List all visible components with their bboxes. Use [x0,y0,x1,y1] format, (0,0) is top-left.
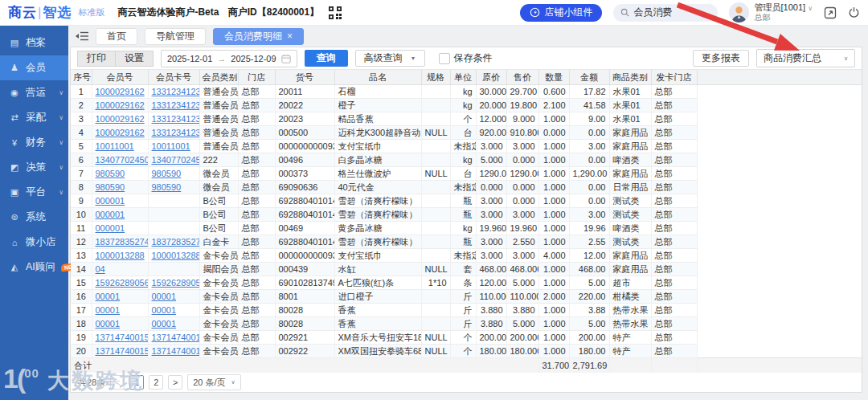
member-no-link[interactable]: 18372835274 [96,237,149,247]
column-header: 售价 [506,70,538,85]
store-widget-button[interactable]: 店铺小组件 [520,4,602,22]
sidebar-item-4[interactable]: ⇄采配∨ [0,105,68,130]
member-card-link[interactable]: 00001 [152,319,177,329]
member-card-link[interactable]: 13312341234 [152,87,200,96]
cell: 15926289056 [92,276,148,290]
row-filler [697,112,862,126]
procurement-icon: ⇄ [9,112,20,123]
advanced-query-button[interactable]: 高级查询 ▼ [355,50,425,67]
user-menu[interactable]: 管理员[1001] ∨ 总部 [729,2,813,22]
power-icon[interactable] [848,6,860,18]
collapse-menu-icon[interactable] [76,31,88,41]
page-size-select[interactable]: 20 条/页∨ [187,374,240,390]
member-no-link[interactable]: 1000029162 [96,114,145,124]
print-settings-group: 打印 设置 [77,51,154,67]
member-no-link[interactable]: 1000029162 [96,128,145,137]
cell: 3.000 [476,208,506,222]
member-card-link[interactable]: 15926289056 [152,278,200,288]
tab-3[interactable]: 会员消费明细× [213,28,304,45]
table-row: 10000001B公司总部6928804010145雪碧（清爽柠檬味）瓶3.00… [71,208,862,222]
sidebar-item-8[interactable]: ⊚系统 [0,205,68,230]
member-card-link[interactable]: 13407702450 [152,155,200,165]
member-card-link[interactable]: 980590 [152,182,182,192]
sidebar-item-3[interactable]: ◉营运∨ [0,80,68,105]
member-no-link[interactable]: 15926289056 [96,278,149,288]
cell: 13312341234 [148,126,199,140]
sidebar-item-6[interactable]: ◩决策∨ [0,155,68,180]
table-row: 2100002916213312341234普通会员总部20022橙子kg20.… [71,99,862,112]
more-reports-button[interactable]: 更多报表 [693,50,749,67]
sidebar-item-9[interactable]: ⌂微小店 [0,230,68,255]
member-card-link[interactable]: 00001 [152,305,177,315]
cell: 5.000 [476,153,506,167]
prev-page-button[interactable]: < [110,375,125,390]
member-card-link[interactable]: 13312341234 [152,114,200,124]
cell: 家庭用品 [609,263,651,276]
cell: 5 [71,140,92,153]
tab-bar: 首页导航管理会员消费明细× [68,26,868,47]
save-condition-checkbox[interactable] [439,53,450,64]
member-no-link[interactable]: 980590 [96,182,125,192]
sidebar-item-10[interactable]: ◭AI顾问NEW [0,255,68,280]
member-card-link[interactable]: 13714740015 [152,346,200,356]
member-no-link[interactable]: 000001 [96,196,125,206]
member-no-link[interactable]: 00001 [96,319,121,329]
print-button[interactable]: 打印 [77,51,116,67]
page-button-2[interactable]: 2 [149,375,163,390]
tab-1[interactable]: 首页 [96,28,137,45]
member-no-link[interactable]: 000001 [96,210,125,219]
table-row: 51001100110011001普通会员总部000000000093支付宝纸巾… [71,140,862,153]
member-no-link[interactable]: 1000013288 [96,251,145,260]
global-search-input[interactable]: 会员消费 [613,4,718,22]
cell: 条 [450,276,476,290]
cell: 1.000 [538,140,569,153]
cell: 普通会员 [199,126,238,140]
query-button[interactable]: 查询 [305,50,348,67]
member-no-link[interactable]: 980590 [96,169,125,178]
member-card-link[interactable]: 00001 [152,292,177,301]
cell: 2.55 [569,235,609,249]
sidebar-item-1[interactable]: ▤档案 [0,31,68,55]
cell: 4.000 [538,249,569,263]
report-type-select[interactable]: 商品消费汇总 ∨ [756,49,855,67]
member-card-link[interactable]: 13312341234 [152,128,200,137]
member-no-link[interactable]: 00001 [96,292,121,301]
cell: 瓶 [450,194,476,208]
page-button-1[interactable]: 1 [129,375,144,390]
sidebar-item-7[interactable]: ▣平台∨ [0,180,68,205]
member-no-link[interactable]: 13714740015 [96,333,149,342]
member-no-link[interactable]: 1000029162 [96,87,145,96]
member-no-link[interactable]: 13714740015 [96,346,149,356]
date-range-input[interactable]: 2025-12-01 → 2025-12-09 [161,50,297,67]
sidebar-item-label: 财务 [26,136,53,149]
member-card-link[interactable]: 13312341234 [152,100,200,110]
sidebar-item-5[interactable]: ¥财务∨ [0,130,68,155]
cell: 1.000 [538,345,569,358]
member-card-link[interactable]: 18372835274 [152,237,200,247]
cell: 18372835274 [148,235,199,249]
row-filler [697,85,862,99]
table-row: 180000100001金卡会员总部80028香蕉斤3.8805.0001.00… [71,317,862,331]
settings-button[interactable]: 设置 [116,51,154,67]
cell: 3.880 [506,304,538,317]
cell: 13312341234 [148,85,199,99]
close-icon[interactable]: × [287,32,293,40]
member-no-link[interactable]: 000001 [96,223,125,233]
qr-code-icon[interactable] [329,6,342,19]
member-no-link[interactable]: 10011001 [96,141,134,151]
tab-2[interactable]: 导航管理 [145,28,206,45]
column-header: 序号 [71,70,92,85]
member-no-link[interactable]: 00001 [96,305,121,315]
member-card-link[interactable]: 10011001 [152,141,190,151]
fullscreen-icon[interactable] [824,6,837,19]
member-no-link[interactable]: 1000029162 [96,100,145,110]
cell [148,222,199,235]
next-page-button[interactable]: > [168,375,182,390]
member-no-link[interactable]: 04 [96,264,105,274]
member-card-link[interactable]: 1000013288 [152,251,200,260]
member-card-link[interactable]: 980590 [152,169,182,178]
cell: 15926289056 [148,276,199,290]
member-no-link[interactable]: 13407702450 [96,155,149,165]
sidebar-item-2[interactable]: ♟会员 [0,55,68,80]
member-card-link[interactable]: 13714740015 [152,333,200,342]
